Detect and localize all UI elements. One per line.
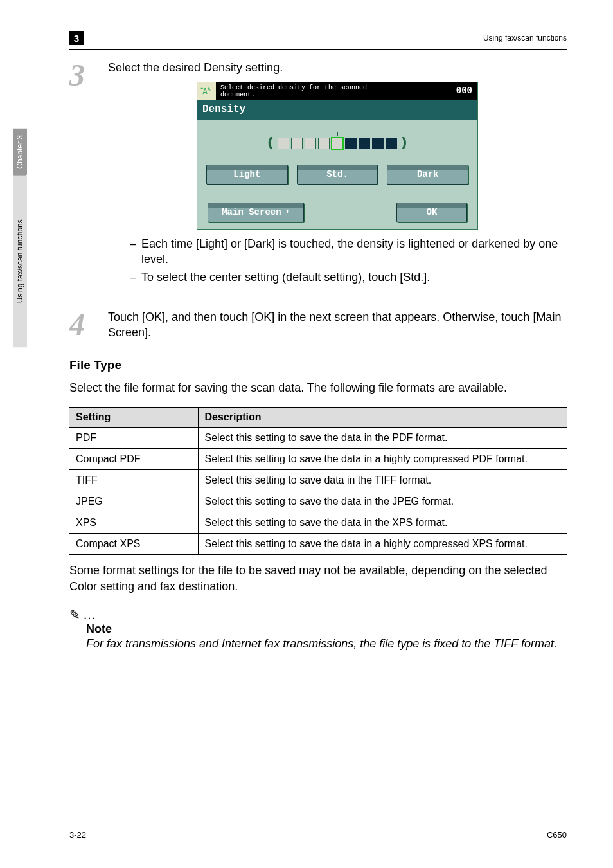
step-3-instruction: Select the desired Density setting. bbox=[108, 60, 567, 75]
std-button[interactable]: Std. bbox=[297, 165, 378, 185]
step-number: 4 bbox=[69, 309, 96, 341]
file-type-table: Setting Description PDFSelect this setti… bbox=[69, 407, 567, 555]
hint-text: Select desired density for the scanned d… bbox=[217, 82, 451, 100]
side-tab-title: Using fax/scan functions bbox=[13, 176, 27, 347]
step-3-bullets: Each time [Light] or [Dark] is touched, … bbox=[130, 236, 567, 285]
main-screen-button[interactable]: Main Screen ⬆ bbox=[208, 203, 304, 222]
up-arrow-icon: ⬆ bbox=[285, 207, 290, 217]
table-row: JPEGSelect this setting to save the data… bbox=[69, 491, 567, 512]
note-body: For fax transmissions and Internet fax t… bbox=[86, 636, 567, 651]
selected-level bbox=[332, 138, 343, 149]
table-row: PDFSelect this setting to save the data … bbox=[69, 428, 567, 449]
step-3: 3 Select the desired Density setting. ✦ … bbox=[69, 60, 567, 288]
th-setting: Setting bbox=[69, 408, 198, 428]
step-4-text: Touch [OK], and then touch [OK] in the n… bbox=[108, 309, 567, 341]
header-right-text: Using fax/scan functions bbox=[483, 33, 567, 42]
counter: 000 bbox=[451, 82, 477, 100]
footer-right: C650 bbox=[547, 830, 567, 840]
side-tab: Chapter 3 Using fax/scan functions bbox=[13, 129, 27, 347]
page-footer: 3-22 C650 bbox=[69, 826, 567, 840]
step-4: 4 Touch [OK], and then touch [OK] in the… bbox=[69, 300, 567, 341]
file-type-heading: File Type bbox=[69, 358, 567, 372]
file-type-after: Some format settings for the file to be … bbox=[69, 563, 567, 594]
density-scale: ❪ ❫ bbox=[197, 135, 477, 152]
footer-left: 3-22 bbox=[69, 830, 86, 840]
pencil-icon: ✎ bbox=[69, 607, 80, 622]
bullet-item: To select the center setting (default se… bbox=[130, 269, 567, 285]
table-row: Compact XPSSelect this setting to save t… bbox=[69, 534, 567, 555]
chapter-badge: 3 bbox=[69, 31, 84, 45]
side-tab-chapter: Chapter 3 bbox=[13, 129, 27, 176]
hint-icon: ✦ AA bbox=[197, 82, 217, 100]
step-number: 3 bbox=[69, 60, 96, 288]
table-row: Compact PDFSelect this setting to save t… bbox=[69, 449, 567, 470]
table-row: XPSSelect this setting to save the data … bbox=[69, 512, 567, 534]
scale-left-cap: ❪ bbox=[265, 135, 276, 152]
ok-button[interactable]: OK bbox=[396, 203, 467, 222]
light-button[interactable]: Light bbox=[206, 165, 288, 185]
note-mark: ✎ … bbox=[69, 607, 567, 622]
table-row: TIFFSelect this setting to save data in … bbox=[69, 470, 567, 491]
th-description: Description bbox=[198, 408, 567, 428]
density-panel: ✦ AA Select desired density for the scan… bbox=[197, 82, 478, 229]
file-type-intro: Select the file format for saving the sc… bbox=[69, 380, 567, 395]
panel-title: Density bbox=[197, 100, 477, 120]
page-header: 3 Using fax/scan functions bbox=[69, 0, 567, 50]
bullet-item: Each time [Light] or [Dark] is touched, … bbox=[130, 236, 567, 267]
scale-right-cap: ❫ bbox=[399, 135, 409, 152]
dark-button[interactable]: Dark bbox=[387, 165, 468, 185]
note-heading: Note bbox=[86, 622, 567, 636]
